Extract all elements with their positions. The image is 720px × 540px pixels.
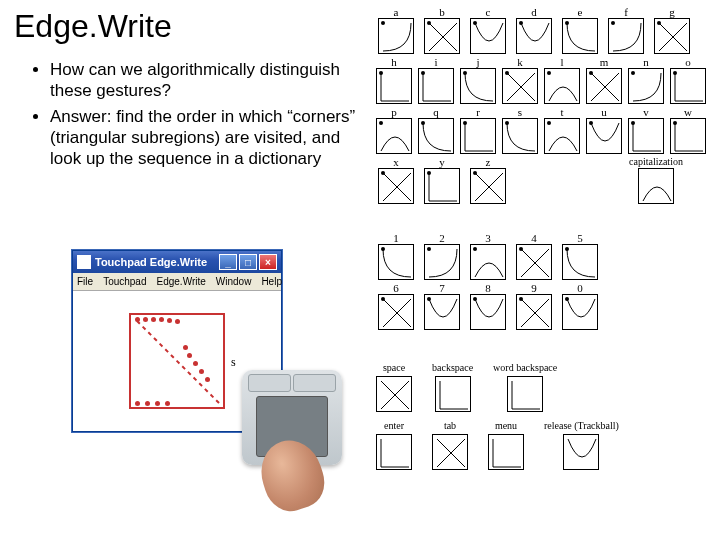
glyph-cell: l	[544, 56, 580, 104]
glyph-cell: f	[606, 6, 646, 54]
glyph-box	[418, 68, 454, 104]
glyph-box	[424, 244, 460, 280]
glyph-box	[502, 68, 538, 104]
glyph-label: i	[434, 56, 437, 68]
glyph-cell: s	[502, 106, 538, 154]
glyph-label: b	[439, 6, 445, 18]
command-label: word backspace	[493, 362, 557, 374]
close-button[interactable]: ×	[259, 254, 277, 270]
glyph-label: 8	[485, 282, 491, 294]
menu-window[interactable]: Window	[216, 276, 252, 287]
command-cell: enter	[376, 420, 412, 470]
menu-file[interactable]: File	[77, 276, 93, 287]
glyph-box	[470, 168, 506, 204]
glyph-cell: 4	[514, 232, 554, 280]
glyph-box	[378, 18, 414, 54]
glyph-cell: v	[628, 106, 664, 154]
glyph-label: d	[531, 6, 537, 18]
glyph-cell: 6	[376, 282, 416, 330]
glyph-cell: d	[514, 6, 554, 54]
glyph-label: k	[517, 56, 523, 68]
menubar: File Touchpad Edge.Write Window Help	[73, 273, 281, 291]
glyph-box	[516, 18, 552, 54]
glyph-cell: n	[628, 56, 664, 104]
glyph-box	[470, 244, 506, 280]
command-box	[488, 434, 524, 470]
glyph-cell: 0	[560, 282, 600, 330]
glyph-label: 3	[485, 232, 491, 244]
glyph-box	[460, 118, 496, 154]
glyph-cell: b	[422, 6, 462, 54]
glyph-cell: o	[670, 56, 706, 104]
glyph-label: x	[393, 156, 399, 168]
glyph-box	[424, 18, 460, 54]
command-cell: release (Trackball)	[544, 420, 619, 470]
bullet-item: Answer: find the order in which “corners…	[50, 106, 370, 170]
command-label: space	[383, 362, 405, 374]
command-box	[507, 376, 543, 412]
glyph-box	[586, 68, 622, 104]
glyph-cell: capitalization	[606, 156, 706, 204]
glyph-label: q	[433, 106, 439, 118]
glyph-label: l	[560, 56, 563, 68]
command-cell: menu	[488, 420, 524, 470]
command-cell: backspace	[432, 362, 473, 412]
glyph-box	[628, 118, 664, 154]
glyph-label: 1	[393, 232, 399, 244]
glyph-label: 4	[531, 232, 537, 244]
glyph-label: m	[600, 56, 609, 68]
command-box	[563, 434, 599, 470]
glyph-cell: 7	[422, 282, 462, 330]
gesture-box: s	[129, 313, 225, 409]
glyph-cell: e	[560, 6, 600, 54]
glyph-label: 7	[439, 282, 445, 294]
glyph-label: 9	[531, 282, 537, 294]
menu-edgewrite[interactable]: Edge.Write	[157, 276, 206, 287]
glyph-label: h	[391, 56, 397, 68]
glyph-label: 5	[577, 232, 583, 244]
glyph-cell: u	[586, 106, 622, 154]
maximize-button[interactable]: □	[239, 254, 257, 270]
glyph-label: v	[643, 106, 649, 118]
window-titlebar: Touchpad Edge.Write _ □ ×	[73, 251, 281, 273]
glyph-label: 2	[439, 232, 445, 244]
command-label: tab	[444, 420, 456, 432]
command-label: backspace	[432, 362, 473, 374]
glyph-cell: j	[460, 56, 496, 104]
glyph-box	[376, 118, 412, 154]
glyph-box	[470, 294, 506, 330]
glyph-cell: 8	[468, 282, 508, 330]
glyph-cell: z	[468, 156, 508, 204]
glyph-cell: 1	[376, 232, 416, 280]
glyph-cell: 3	[468, 232, 508, 280]
menu-help[interactable]: Help	[261, 276, 282, 287]
glyph-label: z	[486, 156, 491, 168]
svg-line-0	[137, 321, 221, 405]
glyph-box	[516, 294, 552, 330]
glyph-label: p	[391, 106, 397, 118]
glyph-cell: t	[544, 106, 580, 154]
glyph-cell: p	[376, 106, 412, 154]
glyph-label: f	[624, 6, 628, 18]
glyph-cell: i	[418, 56, 454, 104]
glyph-label: r	[476, 106, 480, 118]
glyph-box	[378, 294, 414, 330]
glyph-cell: y	[422, 156, 462, 204]
command-cell: tab	[432, 420, 468, 470]
glyph-cell: a	[376, 6, 416, 54]
glyph-label: u	[601, 106, 607, 118]
minimize-button[interactable]: _	[219, 254, 237, 270]
glyph-label: s	[518, 106, 522, 118]
menu-touchpad[interactable]: Touchpad	[103, 276, 146, 287]
glyph-box	[654, 18, 690, 54]
glyph-box	[424, 294, 460, 330]
glyph-label: j	[476, 56, 479, 68]
glyph-cell: 9	[514, 282, 554, 330]
glyph-box	[670, 68, 706, 104]
glyph-label: w	[684, 106, 692, 118]
glyph-box	[608, 18, 644, 54]
glyph-box	[424, 168, 460, 204]
glyph-box	[670, 118, 706, 154]
glyph-box	[376, 68, 412, 104]
glyph-box	[470, 18, 506, 54]
